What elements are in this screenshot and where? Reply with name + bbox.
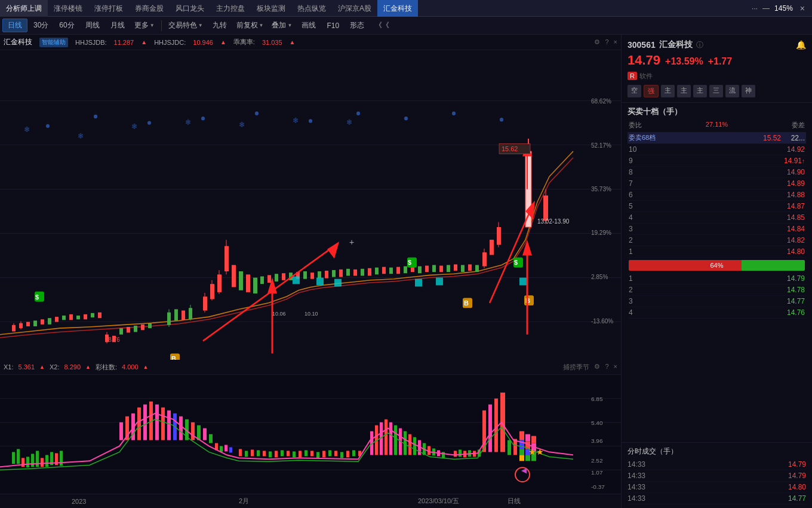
svg-rect-206 (334, 451, 337, 456)
svg-text:15.62: 15.62 (502, 145, 518, 152)
stock-info-icon[interactable]: ⓘ (696, 40, 703, 50)
tag-shen[interactable]: 神 (742, 85, 755, 97)
nav-minimize-btn[interactable]: — (762, 4, 770, 13)
nav-zoom-label: 145% (774, 4, 793, 13)
svg-point-88 (94, 115, 97, 118)
svg-rect-10 (26, 322, 30, 326)
nav-item-main-control[interactable]: 主力控盘 (210, 0, 251, 17)
toolbar-btn-weekly[interactable]: 周线 (81, 19, 104, 32)
tag-zhu3[interactable]: 主 (693, 85, 707, 97)
toolbar-btn-nine-turn[interactable]: 九转 (208, 19, 232, 32)
nav-item-limit-board[interactable]: 涨停打板 (88, 0, 129, 17)
highlight-vol: 22... (781, 134, 805, 142)
nav-item-wind-head[interactable]: 风口龙头 (170, 0, 210, 17)
ts-time-4: 14:33 (628, 494, 657, 503)
svg-text:$: $ (35, 293, 39, 300)
svg-text:❄: ❄ (78, 132, 84, 140)
right-panel: 300561 汇金科技 ⓘ 🔔 14.79 +13.59% +1.77 R 软件… (621, 35, 812, 508)
ts-time-3: 14:33 (628, 483, 657, 491)
tag-qiang[interactable]: 强 (644, 85, 659, 97)
sell-order-5: 5 14.87 (628, 201, 806, 212)
svg-rect-46 (253, 278, 257, 293)
svg-text:5.40: 5.40 (591, 420, 603, 426)
toolbar-btn-monthly[interactable]: 月线 (106, 19, 130, 32)
svg-rect-73 (447, 265, 450, 272)
toolbar-btn-trade-feature[interactable]: 交易特色 ▼ (165, 19, 207, 32)
toolbar-btn-pre-rights[interactable]: 前复权 ▼ (233, 19, 267, 32)
svg-rect-214 (385, 420, 387, 455)
ts-row-4: 14:33 14.77 (628, 493, 806, 504)
svg-point-96 (500, 118, 503, 121)
svg-text:B: B (171, 355, 176, 360)
vol-close-icon[interactable]: × (614, 363, 617, 372)
bell-icon[interactable]: 🔔 (796, 40, 806, 50)
chart-help-icon[interactable]: ? (605, 38, 608, 46)
svg-rect-176 (155, 405, 159, 440)
vol-settings-icon[interactable]: ⚙ (594, 363, 600, 372)
flrate-value: 31.035 (262, 39, 282, 46)
svg-rect-32 (182, 311, 185, 320)
nav-item-analyst[interactable]: 分析师上调 (0, 0, 48, 17)
svg-rect-55 (318, 271, 321, 279)
svg-text:❄: ❄ (24, 126, 30, 134)
nav-item-hotspot[interactable]: 热点纵览 (291, 0, 332, 17)
svg-text:-13.60%: -13.60% (591, 317, 613, 324)
svg-rect-43 (232, 265, 236, 287)
ts-price-1: 14.79 (657, 460, 806, 469)
svg-text:35.73%: 35.73% (591, 185, 611, 192)
svg-marker-127 (327, 241, 339, 259)
chart-settings-icon[interactable]: ⚙ (594, 38, 600, 46)
toolbar-btn-overlay[interactable]: 叠加 ▼ (268, 19, 296, 32)
toolbar-btn-f10[interactable]: F10 (322, 20, 344, 31)
svg-text:1.07: 1.07 (591, 469, 603, 476)
svg-rect-160 (17, 449, 20, 464)
svg-rect-13 (48, 318, 51, 325)
sell-price-1: 14.80 (641, 247, 805, 256)
vol-help-icon[interactable]: ? (605, 363, 608, 372)
svg-rect-17 (76, 316, 80, 319)
svg-rect-50 (282, 273, 285, 280)
sell-order-1: 1 14.80 (628, 246, 806, 258)
svg-rect-165 (41, 458, 44, 467)
toolbar-btn-more[interactable]: 更多 ▼ (131, 19, 158, 32)
toolbar-btn-60min[interactable]: 60分 (54, 19, 79, 32)
svg-text:◀: ◀ (521, 466, 527, 475)
price-chart: ❄ ❄ ❄ ❄ ❄ ❄ ❄ $ $ $ (0, 50, 621, 360)
nav-item-limit-mirror[interactable]: 涨停楼镜 (48, 0, 88, 17)
toolbar-btn-draw[interactable]: 画线 (297, 19, 321, 32)
toolbar-btn-collapse[interactable]: 《《 (370, 19, 394, 32)
sell-level-3: 3 (629, 225, 641, 233)
svg-rect-173 (137, 408, 141, 440)
tag-zhu2[interactable]: 主 (677, 85, 691, 97)
toolbar-btn-pattern[interactable]: 形态 (345, 19, 369, 32)
nav-more-btn[interactable]: ··· (752, 4, 758, 13)
tag-zhu1[interactable]: 主 (661, 85, 675, 97)
svg-point-93 (356, 112, 360, 115)
nav-item-ashares[interactable]: 沪深京A股 (332, 0, 377, 17)
nav-item-block-monitor[interactable]: 板块监测 (251, 0, 291, 17)
svg-rect-227 (454, 451, 457, 457)
nav-item-huijin[interactable]: 汇金科技 (377, 0, 418, 17)
toolbar-btn-30min[interactable]: 30分 (29, 19, 53, 32)
svg-rect-56 (325, 271, 328, 279)
svg-rect-16 (69, 314, 73, 320)
svg-rect-185 (209, 434, 213, 443)
svg-rect-182 (191, 423, 195, 440)
nav-close-btn[interactable]: × (798, 4, 807, 13)
svg-rect-198 (287, 451, 290, 456)
software-label: 软件 (639, 72, 653, 81)
svg-text:6.85: 6.85 (591, 396, 603, 402)
tag-san[interactable]: 三 (709, 85, 723, 97)
chart-close-icon[interactable]: × (614, 38, 617, 46)
svg-text:+: + (349, 237, 354, 246)
tag-kong[interactable]: 空 (628, 85, 641, 97)
svg-rect-207 (340, 452, 343, 458)
svg-rect-19 (91, 313, 94, 317)
svg-rect-62 (368, 268, 371, 276)
tag-liu[interactable]: 流 (725, 85, 739, 97)
stock-change-val: +1.77 (708, 56, 732, 67)
toolbar-btn-daily[interactable]: 日线 (2, 19, 27, 32)
buy-order-2: 2 14.78 (628, 284, 806, 296)
nav-item-broker-gold[interactable]: 券商金股 (129, 0, 170, 17)
svg-rect-47 (260, 276, 264, 284)
